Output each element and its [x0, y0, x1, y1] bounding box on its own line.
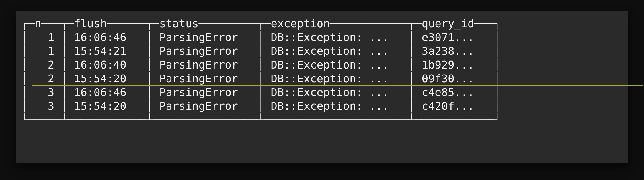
- terminal-panel: ┌─n───┬─flush──────┬─status─────────┬─ex…: [16, 11, 628, 163]
- group-separator: [32, 58, 643, 58]
- group-separator: [32, 85, 643, 86]
- query-result-table: ┌─n───┬─flush──────┬─status─────────┬─ex…: [16, 11, 628, 132]
